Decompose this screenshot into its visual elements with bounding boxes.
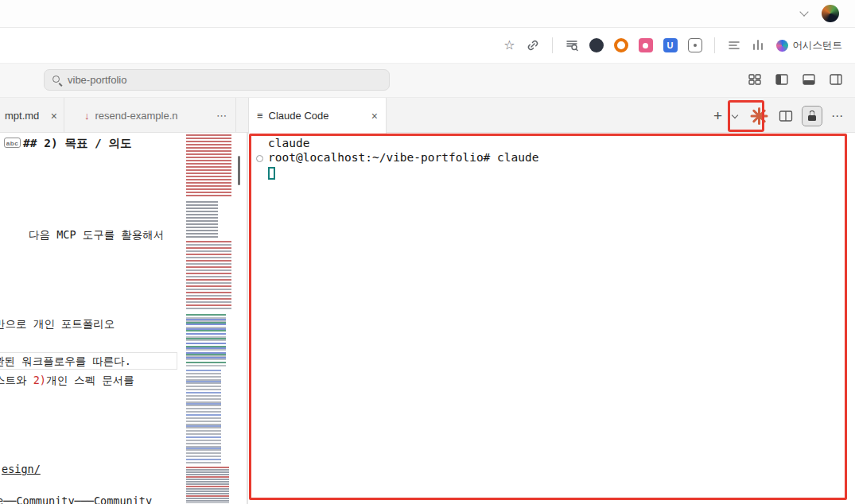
- terminal-line: claude: [268, 137, 309, 149]
- extension-orange-icon[interactable]: [614, 38, 628, 52]
- tab-claude-code[interactable]: ≡ Claude Code ×: [248, 98, 387, 134]
- extension-outline-icon[interactable]: [688, 38, 702, 52]
- editor-area: abc ## 2) 목표 / 의도 다음 MCP 도구를 활용해서 반으로 개인…: [0, 133, 855, 504]
- overflow-icon: ⋯: [216, 110, 227, 122]
- chevron-down-icon[interactable]: [799, 8, 809, 17]
- claude-asterisk-icon: [750, 107, 768, 125]
- close-icon[interactable]: ×: [371, 110, 378, 122]
- tab-resend-example[interactable]: ↓ resend-example.n ⋯: [65, 98, 236, 134]
- terminal-prompt: root@localhost:~/vibe-portfolio# claude: [268, 151, 538, 164]
- reader-search-icon[interactable]: [565, 38, 579, 52]
- claude-button[interactable]: [748, 105, 770, 127]
- spec-number: 2): [33, 374, 46, 386]
- minimap-block: [186, 314, 226, 366]
- split-editor-icon[interactable]: [779, 109, 793, 123]
- activity-icon[interactable]: [752, 38, 766, 52]
- toolbar-separator: [714, 37, 715, 53]
- spec-text: 스트와: [0, 374, 33, 386]
- link-icon[interactable]: [526, 38, 540, 52]
- editor-line: 다음 MCP 도구를 활용해서: [29, 228, 164, 242]
- new-terminal-button[interactable]: +: [713, 108, 722, 123]
- abc-badge: abc: [4, 138, 21, 148]
- browser-toolbar: ☆ U: [0, 28, 855, 64]
- assistant-icon: [776, 40, 788, 52]
- app-window: ☆ U: [0, 0, 855, 504]
- assistant-label: 어시스턴트: [793, 39, 843, 52]
- toggle-panel-icon[interactable]: [801, 72, 817, 87]
- search-query: vibe-portfolio: [68, 74, 126, 86]
- toggle-primary-sidebar-icon[interactable]: [774, 72, 790, 87]
- minimap-block: [186, 370, 221, 463]
- command-decoration-icon[interactable]: [256, 155, 263, 162]
- minimap-block: [186, 467, 229, 503]
- scrollbar-thumb[interactable]: [238, 156, 240, 185]
- minimap-block: [186, 201, 218, 238]
- terminal-dropdown-icon[interactable]: [731, 112, 739, 120]
- browser-titlebar: [0, 0, 855, 28]
- tab-label: mpt.md: [5, 110, 39, 122]
- lock-toggle-button[interactable]: [802, 106, 822, 126]
- tab-label: Claude Code: [269, 110, 329, 122]
- toggle-secondary-sidebar-icon[interactable]: [828, 72, 844, 87]
- editor-link[interactable]: esign/: [2, 463, 41, 475]
- toolbar-separator: [552, 37, 553, 53]
- editor-line: e──Community───Community: [0, 494, 152, 504]
- minimap-block: [186, 134, 231, 198]
- terminal-cursor: [268, 167, 275, 180]
- search-icon: [52, 75, 62, 85]
- customize-layout-icon[interactable]: [747, 72, 763, 87]
- editor-line: 스트와 2)개인 스펙 문서를: [0, 374, 134, 388]
- file-type-icon: ↓: [84, 110, 90, 122]
- layout-controls: [747, 72, 844, 87]
- command-center-search[interactable]: vibe-portfolio: [44, 69, 390, 91]
- profile-avatar[interactable]: [822, 5, 839, 22]
- terminal-icon: ≡: [257, 110, 263, 122]
- editor-line: 반으로 개인 포트폴리오: [0, 317, 115, 331]
- list-icon[interactable]: [727, 38, 741, 52]
- editor-heading: ## 2) 목표 / 의도: [23, 136, 132, 151]
- extension-dark-icon[interactable]: [589, 38, 604, 52]
- editor-actions: + ⋯: [707, 98, 855, 134]
- vscode-titlebar: vibe-portfolio: [0, 64, 855, 97]
- tab-label: resend-example.n: [95, 110, 178, 122]
- spec-text: 개인 스펙 문서를: [46, 374, 134, 386]
- minimap[interactable]: [183, 133, 235, 504]
- more-actions-icon[interactable]: ⋯: [831, 109, 844, 123]
- extension-pink-icon[interactable]: [639, 38, 653, 52]
- favorites-star-icon[interactable]: ☆: [503, 39, 515, 52]
- minimap-block: [186, 241, 231, 311]
- extension-blue-icon[interactable]: U: [663, 38, 678, 52]
- editor-line: 관된 워크플로우를 따른다.: [0, 355, 131, 369]
- claude-code-terminal[interactable]: claude root@localhost:~/vibe-portfolio# …: [248, 133, 855, 504]
- close-icon[interactable]: ×: [51, 110, 57, 122]
- lock-icon: [808, 115, 816, 121]
- assistant-button[interactable]: 어시스턴트: [776, 39, 843, 52]
- tab-prompt-md[interactable]: mpt.md ×: [0, 98, 64, 134]
- tab-bar: mpt.md × ↓ resend-example.n ⋯ ≡ Claude C…: [0, 97, 855, 133]
